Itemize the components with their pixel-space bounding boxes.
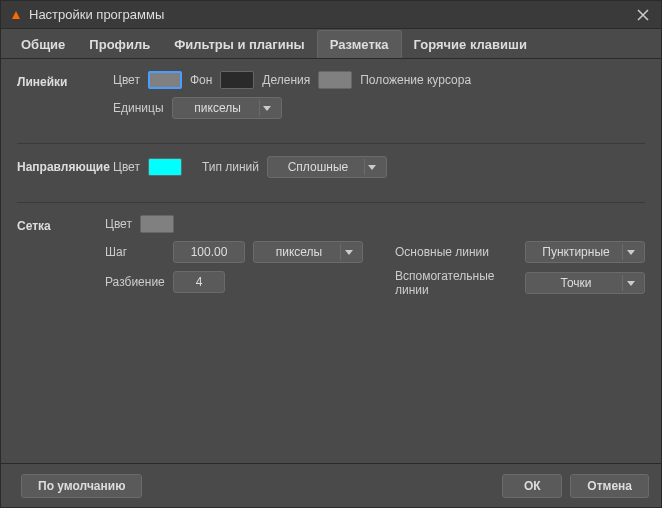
window-title: Настройки программы [29, 7, 633, 22]
grid-mainlines-dropdown[interactable]: Пунктирные [525, 241, 645, 263]
chevron-down-icon [622, 275, 638, 291]
defaults-button[interactable]: По умолчанию [21, 474, 142, 498]
chevron-down-icon [340, 244, 356, 260]
tab-profile[interactable]: Профиль [77, 31, 162, 58]
tab-hotkeys[interactable]: Горячие клавиши [402, 31, 539, 58]
grid-auxlines-label: Вспомогательные линии [395, 269, 515, 297]
grid-mainlines-label: Основные линии [395, 245, 515, 259]
grid-color-swatch[interactable] [140, 215, 174, 233]
rulers-label: Линейки [17, 71, 113, 127]
ok-button[interactable]: ОК [502, 474, 562, 498]
guides-linetype-value: Сплошные [278, 160, 358, 174]
grid-mainlines-value: Пунктирные [536, 245, 616, 259]
cancel-button[interactable]: Отмена [570, 474, 649, 498]
divider [17, 202, 645, 203]
grid-auxlines-dropdown[interactable]: Точки [525, 272, 645, 294]
grid-units-dropdown[interactable]: пикселы [253, 241, 363, 263]
tab-bar: Общие Профиль Фильтры и плагины Разметка… [1, 29, 661, 59]
guides-label: Направляющие [17, 156, 113, 186]
grid-step-label: Шаг [105, 245, 165, 259]
rulers-bg-label: Фон [190, 73, 212, 87]
grid-subdiv-label: Разбиение [105, 275, 165, 289]
footer: По умолчанию ОК Отмена [1, 463, 661, 507]
grid-auxlines-value: Точки [536, 276, 616, 290]
rulers-divisions-swatch[interactable] [318, 71, 352, 89]
grid-subdiv-input[interactable] [173, 271, 225, 293]
titlebar: Настройки программы [1, 1, 661, 29]
guides-linetype-label: Тип линий [202, 160, 259, 174]
section-grid: Сетка Цвет Шаг пикселы [17, 215, 645, 303]
close-icon[interactable] [633, 5, 653, 25]
grid-color-label: Цвет [105, 217, 132, 231]
tab-markup[interactable]: Разметка [317, 30, 402, 58]
grid-units-value: пикселы [264, 245, 334, 259]
chevron-down-icon [259, 100, 275, 116]
rulers-divisions-label: Деления [262, 73, 310, 87]
app-icon [9, 8, 23, 22]
guides-color-label: Цвет [113, 160, 140, 174]
section-rulers: Линейки Цвет Фон Деления Положение курсо… [17, 71, 645, 127]
rulers-cursor-label: Положение курсора [360, 73, 471, 87]
section-guides: Направляющие Цвет Тип линий Сплошные [17, 156, 645, 186]
guides-linetype-dropdown[interactable]: Сплошные [267, 156, 387, 178]
rulers-units-label: Единицы [113, 101, 164, 115]
grid-step-input[interactable] [173, 241, 245, 263]
divider [17, 143, 645, 144]
tab-filters[interactable]: Фильтры и плагины [162, 31, 317, 58]
grid-label: Сетка [17, 215, 105, 303]
tab-general[interactable]: Общие [9, 31, 77, 58]
settings-window: Настройки программы Общие Профиль Фильтр… [0, 0, 662, 508]
rulers-color-swatch[interactable] [148, 71, 182, 89]
rulers-units-value: пикселы [183, 101, 253, 115]
chevron-down-icon [622, 244, 638, 260]
chevron-down-icon [364, 159, 380, 175]
rulers-bg-swatch[interactable] [220, 71, 254, 89]
content-area: Линейки Цвет Фон Деления Положение курсо… [1, 59, 661, 463]
guides-color-swatch[interactable] [148, 158, 182, 176]
rulers-color-label: Цвет [113, 73, 140, 87]
rulers-units-dropdown[interactable]: пикселы [172, 97, 282, 119]
